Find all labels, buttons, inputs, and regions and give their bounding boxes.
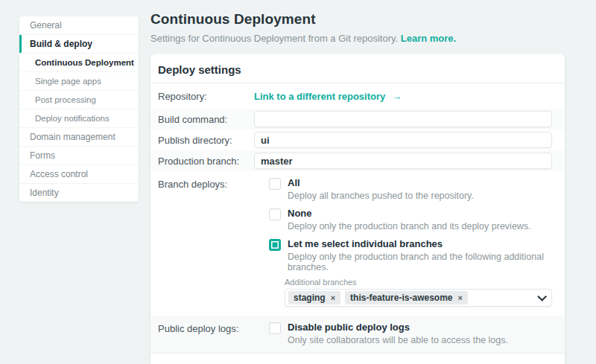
sidebar-item-identity[interactable]: Identity xyxy=(19,184,139,202)
production-branch-row: Production branch: xyxy=(150,150,565,171)
sidebar-item-access-control[interactable]: Access control xyxy=(19,165,139,184)
publish-directory-row: Publish directory: xyxy=(150,130,565,150)
card-header: Deploy settings xyxy=(150,54,565,83)
branch-deploys-individual-checkbox[interactable] xyxy=(269,239,281,251)
disable-public-deploy-logs-description: Only site collaborators will be able to … xyxy=(288,335,508,345)
page-title: Continuous Deployment xyxy=(150,11,565,28)
card-footer: Save Cancel xyxy=(150,354,565,364)
sidebar-item-post-processing[interactable]: Post processing xyxy=(19,91,139,109)
branch-tag: this-feature-is-awesome × xyxy=(345,291,468,304)
build-command-row: Build command: xyxy=(150,109,565,130)
branch-deploys-individual-title[interactable]: Let me select individual branches xyxy=(288,238,553,249)
link-different-repository-text: Link to a different repository xyxy=(254,91,385,102)
additional-branches-select[interactable]: staging × this-feature-is-awesome × xyxy=(285,289,552,307)
link-different-repository-link[interactable]: Link to a different repository → xyxy=(254,91,402,102)
sidebar-item-deploy-notifications[interactable]: Deploy notifications xyxy=(19,109,139,128)
branch-deploys-label: Branch deploys: xyxy=(158,171,254,190)
build-command-input[interactable] xyxy=(254,111,552,127)
branch-deploys-all-description: Deploy all branches pushed to the reposi… xyxy=(288,191,474,201)
deploy-settings-card: Deploy settings Repository: Link to a di… xyxy=(150,54,565,364)
page-subtitle: Settings for Continuous Deployment from … xyxy=(150,33,565,44)
branch-deploys-none-checkbox[interactable] xyxy=(269,208,281,220)
learn-more-link[interactable]: Learn more. xyxy=(401,33,456,44)
branch-deploys-all-checkbox[interactable] xyxy=(269,178,281,190)
production-branch-label: Production branch: xyxy=(158,156,254,167)
repository-row: Repository: Link to a different reposito… xyxy=(150,83,565,109)
chevron-down-icon[interactable] xyxy=(537,292,547,301)
sidebar-item-continuous-deployment[interactable]: Continuous Deployment xyxy=(19,54,139,72)
branch-tag-name: this-feature-is-awesome xyxy=(350,293,452,303)
branch-deploys-option-individual: Let me select individual branches Deploy… xyxy=(269,238,553,272)
sidebar-item-single-page-apps[interactable]: Single page apps xyxy=(19,72,139,91)
sidebar-item-domain-management[interactable]: Domain management xyxy=(19,128,139,147)
branch-deploys-option-all: All Deploy all branches pushed to the re… xyxy=(269,177,553,201)
sidebar-item-forms[interactable]: Forms xyxy=(19,147,139,165)
disable-public-deploy-logs-title[interactable]: Disable public deploy logs xyxy=(288,322,508,333)
additional-branches-field: Additional branches staging × this-featu… xyxy=(285,278,552,307)
main-content: Continuous Deployment Settings for Conti… xyxy=(150,0,565,364)
repository-label: Repository: xyxy=(158,91,254,102)
branch-deploys-all-title[interactable]: All xyxy=(288,177,474,188)
card-title: Deploy settings xyxy=(158,63,553,76)
branch-tag-name: staging xyxy=(294,293,326,303)
publish-directory-label: Publish directory: xyxy=(158,135,254,146)
additional-branches-label: Additional branches xyxy=(285,278,552,287)
publish-directory-input[interactable] xyxy=(254,132,552,148)
sidebar-item-build-deploy[interactable]: Build & deploy xyxy=(19,35,139,54)
build-command-label: Build command: xyxy=(158,114,254,125)
public-deploy-logs-row: Public deploy logs: Disable public deplo… xyxy=(150,316,565,353)
branch-deploys-row: Branch deploys: All Deploy all branches … xyxy=(150,171,565,316)
branch-deploys-option-none: None Deploy only the production branch a… xyxy=(269,208,553,232)
arrow-right-icon: → xyxy=(392,91,402,102)
page-header: Continuous Deployment Settings for Conti… xyxy=(150,0,565,44)
production-branch-input[interactable] xyxy=(254,153,552,169)
disable-public-deploy-logs-checkbox[interactable] xyxy=(269,322,281,334)
public-deploy-logs-label: Public deploy logs: xyxy=(158,322,254,334)
branch-tag: staging × xyxy=(288,291,340,304)
settings-sidebar: General Build & deploy Continuous Deploy… xyxy=(19,16,139,202)
branch-deploys-none-description: Deploy only the production branch and it… xyxy=(288,221,531,232)
branch-deploys-individual-description: Deploy only the production branch and th… xyxy=(288,252,553,272)
sidebar-item-general[interactable]: General xyxy=(19,16,139,35)
page-subtitle-text: Settings for Continuous Deployment from … xyxy=(150,33,398,44)
remove-tag-icon[interactable]: × xyxy=(331,293,335,302)
branch-deploys-none-title[interactable]: None xyxy=(288,208,531,219)
remove-tag-icon[interactable]: × xyxy=(457,293,462,302)
